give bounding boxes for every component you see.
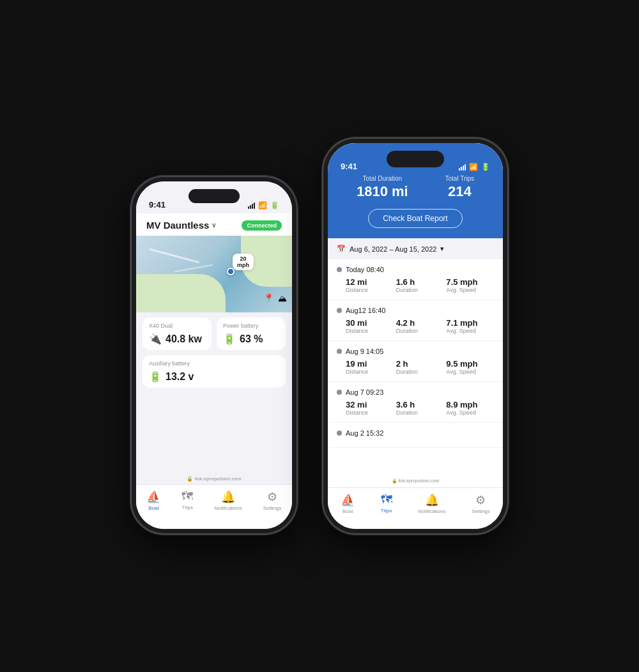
notifications-nav-label-left: Notifications [214,505,242,511]
trip-date-2: Aug12 16:40 [346,307,385,314]
trip2-speed-value: 7.1 mph [446,318,494,328]
trip3-speed-value: 9.5 mph [446,359,494,369]
time-right: 9:41 [341,162,357,171]
info-cards: X40 Dual 🔌 40.8 kw Power battery 🔋 63 % [136,312,292,393]
trip4-distance-value: 32 mi [346,400,394,409]
total-duration-label: Total Duration [357,175,408,182]
connected-badge: Connected [242,220,282,231]
card-x40-value: 40.8 kw [166,333,202,345]
wifi-icon-right: 📶 [469,163,478,171]
total-duration-block: Total Duration 1810 mi [357,175,408,200]
card-x40: X40 Dual 🔌 40.8 kw [142,317,212,350]
scene: 9:41 📶 🔋 MV Dauntless [0,0,639,672]
calendar-icon: 📅 [337,245,346,253]
card-aux-label: Auxiliary battery [149,360,279,367]
stats-row: Total Duration 1810 mi Total Trips 214 [338,175,493,200]
trips-list: Today 08:40 12 mi Distance 1.6 h Duratio… [328,259,503,477]
phone-left: 9:41 📶 🔋 MV Dauntless [131,176,297,534]
trip2-distance-label: Distance [346,328,394,334]
pin-icon: 📍 [263,293,274,303]
trip-item-4[interactable]: Aug 7 09:23 32 mi Distance 3.6 h Duratio… [328,382,503,423]
total-trips-label: Total Trips [445,175,475,182]
card-power-value: 63 % [240,333,263,345]
settings-nav-icon-right: ⚙ [475,493,486,507]
trip-dot-4 [337,390,342,395]
card-x40-label: X40 Dual [149,323,205,329]
boat-nav-label: Boat [148,505,158,511]
nav-settings-right[interactable]: ⚙ Settings [472,493,490,514]
trip-date-1: Today 08:40 [346,266,384,273]
trip1-duration-label: Duration [396,287,444,293]
trip-dot-5 [337,431,342,436]
map-area[interactable]: 20 mph 📍 ⛰ [136,236,292,312]
card-power-battery: Power battery 🔋 63 % [217,317,286,350]
trip-dot-3 [337,349,342,354]
map-road-1 [150,248,199,264]
trip2-duration-label: Duration [396,328,444,334]
map-land-left [136,274,226,312]
nav-settings-left[interactable]: ⚙ Settings [263,490,282,511]
trip4-speed-value: 8.9 mph [446,400,494,409]
trip1-duration-value: 1.6 h [396,277,444,287]
trip2-distance-value: 30 mi [346,318,394,328]
nav-trips-left[interactable]: 🗺 Trips [181,490,193,510]
nav-notifications-right[interactable]: 🔔 Notifications [418,493,446,514]
trip-date-4: Aug 7 09:23 [346,388,383,396]
trip4-speed-label: Avg. Speed [446,409,494,416]
link-text-left: 🔒 link.epropulsion.com [136,476,292,482]
total-trips-block: Total Trips 214 [445,175,475,200]
date-chevron-icon: ▾ [440,245,444,253]
trip-item-2[interactable]: Aug12 16:40 30 mi Distance 4.2 h Duratio… [328,300,503,341]
trip-item-3[interactable]: Aug 9 14:05 19 mi Distance 2 h Duration [328,341,503,382]
bottom-nav-left: ⛵ Boat 🗺 Trips 🔔 Notifications ⚙ Setting… [136,484,292,529]
date-filter[interactable]: 📅 Aug 6, 2022 – Aug 15, 2022 ▾ [328,238,503,259]
boat-name[interactable]: MV Dauntless ∨ [146,220,216,231]
date-range-text: Aug 6, 2022 – Aug 15, 2022 [350,245,436,253]
card-power-label: Power battery [223,323,279,329]
signal-icon-left [248,202,255,209]
dynamic-island-right [387,151,444,167]
boat-marker [227,268,235,275]
right-screen: 9:41 📶 🔋 [328,143,503,529]
time-left: 9:41 [149,200,166,210]
boat-nav-icon: ⛵ [146,490,160,504]
trips-nav-label-right: Trips [381,508,392,514]
notifications-nav-icon-left: 🔔 [221,490,235,504]
battery-icon-right: 🔋 [481,163,490,171]
trip-date-3: Aug 9 14:05 [346,347,383,355]
left-screen: 9:41 📶 🔋 MV Dauntless [136,181,292,529]
nav-boat-left[interactable]: ⛵ Boat [146,490,160,511]
nav-notifications-left[interactable]: 🔔 Notifications [214,490,242,511]
trip4-distance-label: Distance [346,409,394,416]
card-aux-battery: Auxiliary battery 🔋 13.2 v [142,355,286,388]
trip3-duration-label: Duration [396,369,444,375]
settings-nav-label-right: Settings [472,508,490,514]
trip4-duration-value: 3.6 h [396,400,444,409]
bottom-nav-right: ⛵ Boat 🗺 Trips 🔔 Notifications ⚙ Setting… [328,487,503,529]
trip-dot-1 [337,267,342,272]
trip3-speed-label: Avg. Speed [446,369,494,375]
signal-icon-right [459,164,466,171]
battery-power-icon: 🔋 [223,333,236,345]
check-boat-report-button[interactable]: Check Boat Report [368,209,462,228]
trip-item-1[interactable]: Today 08:40 12 mi Distance 1.6 h Duratio… [328,259,503,300]
boat-nav-label-right: Boat [343,508,353,514]
nav-trips-right[interactable]: 🗺 Trips [381,493,392,514]
trips-nav-label-left: Trips [182,505,193,510]
boat-nav-icon-right: ⛵ [341,493,355,507]
status-icons-left: 📶 🔋 [248,201,279,210]
chevron-down-icon: ∨ [212,222,216,229]
battery-icon-left: 🔋 [270,201,279,210]
right-content: 9:41 📶 🔋 [328,143,503,529]
notifications-nav-label-right: Notifications [418,508,446,514]
total-duration-value: 1810 mi [357,183,408,200]
link-text-right: 🔒 link.epropulsion.com [328,477,503,487]
trip-item-5[interactable]: Aug 2 15:32 [328,423,503,448]
notifications-nav-icon-right: 🔔 [425,493,439,507]
nav-boat-right[interactable]: ⛵ Boat [341,493,355,514]
trip4-duration-label: Duration [396,409,444,416]
trip2-duration-value: 4.2 h [396,318,444,328]
boat-name-text: MV Dauntless [146,220,209,231]
map-road-2 [174,264,212,272]
settings-nav-label-left: Settings [263,505,282,511]
